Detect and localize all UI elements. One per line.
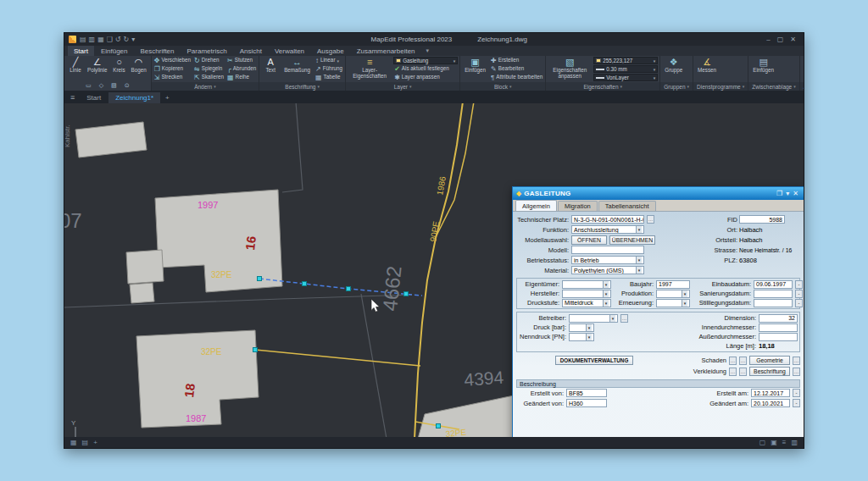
tool-gruppe[interactable]: ❖Gruppe (662, 57, 685, 75)
erstellt-am-clear-button[interactable]: - (793, 389, 800, 397)
tool-als-aktuell-festlegen[interactable]: ✔Als aktuell festlegen (393, 65, 458, 73)
title-bar[interactable]: ▤▥▦❑↺↻▾ MapEdit Professional 2023 Zeichn… (64, 33, 804, 46)
dialog-tab-tabellenansicht[interactable]: Tabellenansicht (598, 201, 656, 211)
dialog-tab-allgemein[interactable]: Allgemein (515, 200, 557, 211)
ribbon-group-label-ansicht[interactable]: Ansicht▾ (800, 82, 804, 91)
erstellt-von-input[interactable]: BF85 (566, 389, 607, 397)
nenndruck-dropdown[interactable]: ▾ (569, 333, 594, 341)
tool-polylinie[interactable]: ∠Polylinie (85, 57, 109, 75)
fid-input[interactable]: 5988 (739, 215, 785, 224)
minimize-button[interactable]: – (763, 36, 773, 43)
beschriftung-browse-button[interactable]: … (793, 368, 800, 376)
tool-layer-anpassen[interactable]: ✱Layer anpassen (393, 74, 458, 81)
ribbon-tab-start[interactable]: Start (68, 46, 94, 56)
tool-drehen[interactable]: ↻Drehen (193, 57, 225, 64)
tool-kreis[interactable]: ○Kreis (109, 57, 128, 75)
property-color-dropdown[interactable]: 255,223,127▾ (593, 57, 658, 64)
grip-point[interactable] (347, 287, 351, 291)
tool-messen[interactable]: ∡Messen (695, 57, 719, 75)
beschriftung-button[interactable]: Beschriftung (749, 367, 790, 376)
layout-icon[interactable]: ▢ (760, 440, 766, 446)
tool-hatch-icon[interactable]: ▨ (110, 75, 118, 91)
druckstufe-dropdown[interactable]: Mitteldruck ▾ (562, 299, 611, 307)
tool-layer-eigenschaften[interactable]: ≡Layer-Eigenschaften (348, 57, 392, 80)
stilllegungsdatum-input[interactable] (754, 299, 793, 307)
ribbon-group-label-gruppen[interactable]: Gruppen▾ (660, 82, 693, 91)
baujahr-input[interactable]: 1997 (656, 280, 690, 289)
fullscreen-icon[interactable]: ▥ (791, 440, 798, 446)
tool-strecken[interactable]: ⇲Strecken (153, 74, 192, 81)
tool-führung[interactable]: ↗Führung (314, 65, 343, 73)
ribbon-tab-zusammenarbeiten[interactable]: Zusammenarbeiten (351, 46, 421, 56)
ribbon-group-label-layer[interactable]: Layer▾ (346, 82, 459, 91)
einbaudatum-clear-button[interactable]: - (795, 280, 803, 289)
print-icon[interactable]: ❑ (107, 36, 113, 43)
tool-einfügen[interactable]: ▤Einfügen (750, 57, 776, 75)
ribbon-group-label-beschriftung[interactable]: Beschriftung▾ (259, 82, 345, 91)
float-window-icon[interactable]: ❐ (775, 191, 784, 197)
geaendert-am-clear-button[interactable]: - (793, 399, 800, 407)
verkleidung-add-button[interactable]: … (739, 368, 747, 376)
tool-kopieren[interactable]: ❐Kopieren (153, 65, 192, 73)
annotation-scale-icon[interactable]: ▣ (771, 440, 777, 446)
undo-icon[interactable]: ↺ (115, 36, 121, 43)
schaden-add-button[interactable]: … (739, 357, 747, 365)
tool-skalieren[interactable]: ⇱Skalieren (193, 74, 225, 81)
sanierungsdatum-clear-button[interactable]: - (795, 290, 803, 298)
betreiber-dropdown[interactable]: ▾ (569, 314, 618, 323)
technischer-platz-input[interactable]: N-3-G-N-091-00N0061-H-011 (571, 215, 644, 224)
new-tab-button[interactable]: + (161, 92, 174, 103)
dokumentverwaltung-button[interactable]: DOKUMENTVERWALTUNG (555, 356, 633, 365)
app-logo-icon[interactable] (69, 36, 76, 43)
grid-toggle-icon[interactable]: ▦ (70, 440, 77, 446)
grip-point[interactable] (253, 348, 258, 352)
grip-point[interactable] (303, 282, 307, 286)
doc-tab-start[interactable]: Start (80, 92, 108, 103)
dialog-tab-migration[interactable]: Migration (558, 201, 598, 211)
save-file-icon[interactable]: ▦ (97, 36, 104, 43)
tool-linear[interactable]: ↕Linear▾ (314, 57, 343, 64)
tool-verschieben[interactable]: ✥Verschieben (153, 57, 192, 64)
oeffnen-button[interactable]: ÖFFNEN (571, 235, 607, 245)
tool-attribute-bearbeiten[interactable]: ¶Attribute bearbeiten (490, 74, 543, 81)
quick-access-dropdown-icon[interactable]: ▾ (131, 36, 135, 43)
layer-dropdown[interactable]: Gasleitung▾ (393, 57, 458, 64)
ribbon-tab-parametrisch[interactable]: Parametrisch (181, 46, 233, 56)
tool-bemaßung[interactable]: ↔Bemaßung (281, 57, 313, 75)
technischer-platz-browse-button[interactable]: … (647, 215, 654, 224)
verkleidung-browse-button[interactable]: … (729, 368, 737, 376)
model-space-icon[interactable]: ▤ (82, 440, 89, 446)
drawing-canvas[interactable]: Kahlstr.0719971632PE90PE1986466243941819… (64, 103, 804, 437)
ribbon-tab-ansicht[interactable]: Ansicht (234, 46, 268, 56)
geometrie-browse-button[interactable]: … (793, 357, 800, 365)
uebernehmen-button[interactable]: ÜBERNEHMEN (609, 235, 655, 245)
building-3[interactable] (126, 250, 164, 284)
new-file-icon[interactable]: ▤ (80, 36, 86, 43)
redo-icon[interactable]: ↻ (124, 36, 130, 43)
ribbon-group-label-zwischenablage[interactable]: Zwischenablage▾ (748, 82, 799, 91)
tool-bearbeiten[interactable]: ✎Bearbeiten (490, 65, 543, 73)
tool-linie[interactable]: ╱Linie (66, 57, 85, 75)
menu-icon[interactable]: ≡ (66, 93, 79, 102)
parcel-boundary-1[interactable] (282, 103, 303, 192)
ribbon-group-label-dienstprogramme[interactable]: Dienstprogramme▾ (693, 82, 748, 91)
tool-tabelle[interactable]: ▦Tabelle (314, 74, 343, 81)
building-1[interactable] (75, 122, 147, 158)
produktion-dropdown[interactable]: ▾ (656, 290, 690, 298)
tool-spiegeln[interactable]: ⇋Spiegeln (193, 65, 225, 73)
building-6[interactable] (418, 395, 522, 437)
close-button[interactable]: ✕ (787, 36, 799, 43)
ribbon-tab-beschriften[interactable]: Beschriften (135, 46, 181, 56)
doc-tab-zeichnung1[interactable]: Zeichnung1* (108, 92, 160, 103)
parcel-boundary-2[interactable] (64, 299, 281, 307)
erneuerung-dropdown[interactable]: ▾ (656, 299, 690, 307)
ribbon-group-label-block[interactable]: Block▾ (460, 82, 545, 91)
sanierungsdatum-input[interactable] (754, 290, 793, 298)
tool-eigenschaften-anpassen[interactable]: ▧Eigenschaften anpassen (548, 57, 592, 80)
building-4[interactable] (130, 283, 154, 303)
einbaudatum-input[interactable]: 09.06.1997 (754, 280, 793, 289)
property-linetype-dropdown[interactable]: VonLayer▾ (593, 74, 658, 81)
dialog-title-bar[interactable]: ◆ GASLEITUNG ❐▾✕ (513, 187, 804, 200)
parcel-boundary-4[interactable] (361, 294, 387, 437)
service-line-18[interactable] (255, 350, 420, 366)
